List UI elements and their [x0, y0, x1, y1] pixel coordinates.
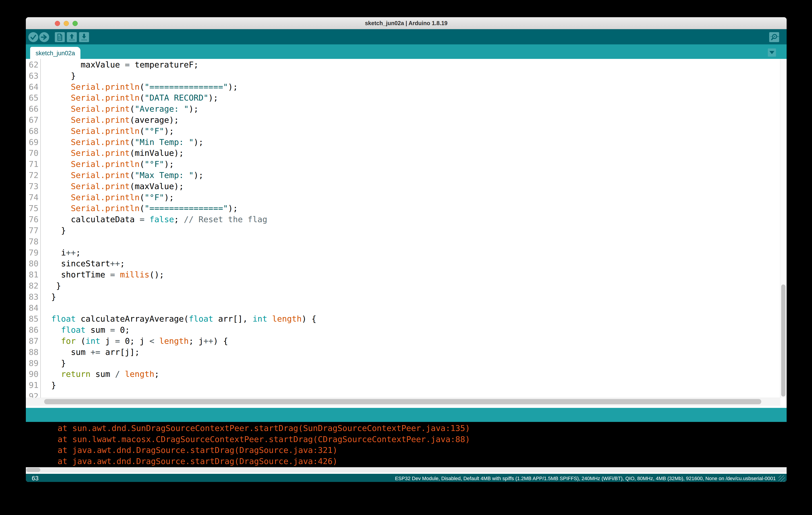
code-line: } — [51, 280, 787, 292]
line-number: 79 — [26, 247, 40, 259]
line-number: 76 — [26, 214, 40, 225]
save-button[interactable] — [79, 32, 89, 42]
code-editor[interactable]: 6263646566676869707172737475767778798081… — [26, 59, 787, 405]
line-number-gutter: 6263646566676869707172737475767778798081… — [26, 59, 41, 405]
line-number: 69 — [26, 137, 40, 148]
code-line: Serial.print("Min Temp: "); — [51, 137, 787, 148]
line-number: 90 — [26, 369, 40, 380]
editor-console-divider[interactable] — [26, 405, 787, 408]
line-number: 70 — [26, 148, 40, 159]
code-line: float sum = 0; — [51, 325, 787, 336]
line-number: 62 — [26, 59, 40, 70]
code-line: shortTime = millis(); — [51, 269, 787, 280]
code-line: Serial.print(average); — [51, 115, 787, 126]
code-text-area[interactable]: maxValue = temperatureF; } Serial.printl… — [41, 59, 787, 405]
vertical-scrollbar[interactable] — [780, 59, 787, 398]
code-line — [51, 236, 787, 247]
line-number: 66 — [26, 103, 40, 115]
code-line: } — [51, 225, 787, 236]
console-header[interactable] — [26, 408, 787, 422]
code-line: float calculateArrayAverage(float arr[],… — [51, 313, 787, 325]
code-line: Serial.println("°F"); — [51, 126, 787, 137]
code-line: Serial.println("°F"); — [51, 159, 787, 170]
line-number: 89 — [26, 358, 40, 369]
line-number: 81 — [26, 269, 40, 280]
titlebar[interactable]: sketch_jun02a | Arduino 1.8.19 — [26, 17, 787, 29]
code-line: Serial.println("DATA RECORD"); — [51, 92, 787, 103]
code-line: } — [51, 380, 787, 391]
verify-button[interactable] — [28, 32, 38, 42]
code-line: Serial.print("Max Temp: "); — [51, 170, 787, 181]
line-number: 72 — [26, 170, 40, 181]
code-line: Serial.println("°F"); — [51, 192, 787, 203]
code-line: maxValue = temperatureF; — [51, 59, 787, 70]
line-number: 82 — [26, 280, 40, 292]
vertical-scrollbar-thumb[interactable] — [781, 284, 785, 397]
resize-grip-icon[interactable] — [779, 475, 785, 482]
upload-button[interactable] — [39, 32, 49, 42]
line-number: 86 — [26, 325, 40, 336]
code-line: Serial.print(maxValue); — [51, 181, 787, 192]
chevron-down-icon — [770, 51, 774, 54]
line-number: 65 — [26, 92, 40, 103]
line-number: 71 — [26, 159, 40, 170]
arduino-ide-window: sketch_jun02a | Arduino 1.8.19 — [26, 17, 787, 482]
desktop: { "window": { "title": "sketch_jun02a | … — [0, 0, 812, 515]
horizontal-scrollbar-thumb[interactable] — [44, 399, 761, 404]
board-info: ESP32 Dev Module, Disabled, Default 4MB … — [395, 474, 776, 482]
line-number: 68 — [26, 126, 40, 137]
code-line — [51, 303, 787, 314]
line-number: 91 — [26, 380, 40, 391]
line-number: 64 — [26, 82, 40, 93]
line-number: 78 — [26, 236, 40, 247]
console-scrollbar-thumb[interactable] — [26, 468, 40, 472]
line-number: 74 — [26, 192, 40, 203]
code-line: Serial.print(minValue); — [51, 148, 787, 159]
status-bar: 63 ESP32 Dev Module, Disabled, Default 4… — [26, 474, 787, 482]
serial-monitor-button[interactable] — [769, 32, 779, 42]
line-number: 85 — [26, 313, 40, 325]
code-line: return sum / length; — [51, 369, 787, 380]
line-number: 84 — [26, 303, 40, 314]
line-number: 67 — [26, 115, 40, 126]
console-scrollbar[interactable] — [26, 467, 787, 473]
tab-sketch[interactable]: sketch_jun02a — [30, 47, 81, 59]
toolbar — [26, 29, 787, 44]
line-number: 80 — [26, 258, 40, 269]
open-button[interactable] — [67, 32, 77, 42]
line-number: 77 — [26, 225, 40, 236]
line-number: 75 — [26, 203, 40, 214]
console-line: at java.awt.dnd.DragSource.startDrag(Dra… — [58, 456, 787, 467]
window-title: sketch_jun02a | Arduino 1.8.19 — [26, 17, 787, 29]
code-line: } — [51, 70, 787, 82]
code-line: Serial.print("Average: "); — [51, 103, 787, 115]
console-output: at sun.awt.dnd.SunDragSourceContextPeer.… — [26, 422, 787, 467]
code-line: i++; — [51, 247, 787, 259]
console-line: at sun.lwawt.macosx.CDragSourceContextPe… — [58, 434, 787, 445]
line-number: 88 — [26, 347, 40, 358]
new-sketch-button[interactable] — [55, 32, 65, 42]
line-number: 63 — [26, 70, 40, 82]
code-line: Serial.println("==============="); — [51, 82, 787, 93]
code-line: calculateData = false; // Reset the flag — [51, 214, 787, 225]
horizontal-scrollbar[interactable] — [26, 398, 780, 405]
code-line: sum += arr[j]; — [51, 347, 787, 358]
tab-bar: sketch_jun02a — [26, 44, 787, 59]
tab-label: sketch_jun02a — [35, 50, 75, 57]
line-number: 87 — [26, 336, 40, 347]
code-line: sinceStart++; — [51, 258, 787, 269]
tab-menu-button[interactable] — [768, 49, 776, 57]
console-line: at sun.awt.dnd.SunDragSourceContextPeer.… — [58, 423, 787, 434]
cursor-line-indicator: 63 — [32, 474, 38, 482]
code-line: } — [51, 358, 787, 369]
line-number: 73 — [26, 181, 40, 192]
line-number: 83 — [26, 292, 40, 303]
console-line: at java.awt.dnd.DragSource.startDrag(Dra… — [58, 445, 787, 456]
code-line: Serial.println("==============="); — [51, 203, 787, 214]
code-line: } — [51, 292, 787, 303]
code-line: for (int j = 0; j < length; j++) { — [51, 336, 787, 347]
